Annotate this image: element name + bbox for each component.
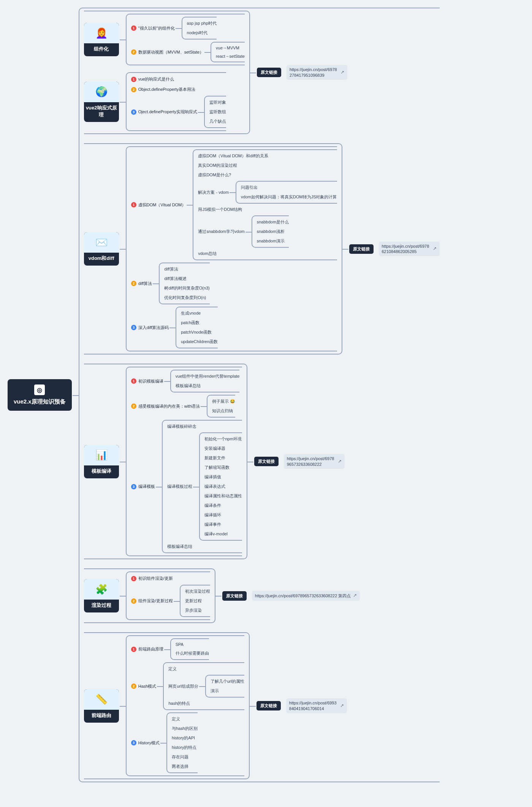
category-label: 组件化 — [84, 43, 119, 52]
item-node: 3编译模板 — [131, 483, 155, 491]
leaf-node: 初次渲染过程 — [185, 588, 210, 595]
children-group: 定义与hash的区别history的APIhistory的特点存在问题两者选择 — [166, 712, 198, 773]
leaf-node: 定义 — [168, 665, 244, 672]
item-node: 1虚拟DOM（Vitual DOM） — [131, 201, 186, 209]
leaf-node: 两者选择 — [172, 763, 198, 770]
leaf-node: snabbdom浅析 — [257, 228, 289, 235]
leaf-node: 什么时候需要路由 — [176, 650, 209, 657]
children-group: snabbdom是什么snabbdom浅析snabbdom演示 — [252, 215, 289, 248]
number-badge: 3 — [131, 740, 136, 745]
linked-group: 📊模板编译1初识模板编译vue组件中使用render代替template模板编译… — [84, 364, 440, 559]
category-label: 渲染过程 — [84, 600, 119, 609]
children-group: 初次渲染过程更新过程异步渲染 — [180, 585, 210, 617]
root-branch: ◎vue2.x原理知识预备👩‍🦰组件化1"很久以前"的组件化asp jsp ph… — [8, 8, 440, 782]
leaf-node: 编译表达式 — [204, 483, 242, 490]
link-url-wrap: https://juejin.cn/post/69789657326336082… — [252, 591, 360, 601]
link-url[interactable]: https://juejin.cn/post/69782784179510968… — [287, 65, 347, 80]
leaf-node: hash的特点 — [168, 700, 244, 707]
item-branch: 3深入diff算法源码生成vnodepatch函数patchVnode函数upd… — [131, 307, 337, 348]
item-branch: 3编译模板编译模板碎碎念编译模板过程初始化一个npm环境安装编译器新建新文件了解… — [131, 420, 242, 553]
item-label: 组件渲染/更新过程 — [138, 598, 173, 604]
category-node[interactable]: 📏前端路由 — [84, 689, 119, 723]
item-node: 2组件渲染/更新过程 — [131, 597, 173, 605]
leaf-node: 编译循环 — [204, 511, 242, 519]
leaf-node: 了解几个url的属性 — [211, 678, 244, 685]
item-label: 感受模板编译的内在美：with语法 — [138, 404, 200, 409]
children-group: 例子展示 😂知识点归纳 — [207, 395, 235, 418]
linked-group: 📏前端路由1前端路由原理SPA什么时候需要路由2Hash模式定义网页url组成部… — [84, 632, 440, 779]
category-node[interactable]: 🌍vue2响应式原理 — [84, 82, 119, 122]
number-badge: 2 — [131, 49, 136, 55]
number-badge: 2 — [131, 598, 136, 604]
number-badge: 1 — [131, 576, 136, 581]
category-label: 模板编译 — [84, 465, 119, 475]
leaf-node: patchVnode函数 — [181, 329, 218, 336]
sub-node: 通过snabbdom学习vdom — [198, 228, 244, 235]
category-branch: 📊模板编译1初识模板编译vue组件中使用render代替template模板编译… — [84, 367, 242, 556]
children-group: vue组件中使用render代替template模板编译总结 — [170, 370, 240, 392]
link-branch: 原文链接https://juejin.cn/post/6978965732633… — [222, 591, 360, 601]
item-node: 1初识组件渲染/更新 — [131, 574, 173, 582]
leaf-node: 更新过程 — [185, 597, 210, 604]
leaf-node: 监听对象 — [209, 99, 226, 106]
category-branch: 👩‍🦰组件化1"很久以前"的组件化asp jsp php时代nodejs时代2数… — [84, 14, 245, 65]
leaf-node: asp jsp php时代 — [187, 20, 217, 27]
link-text: https://juejin.cn/post/69789657326336082… — [287, 456, 336, 467]
sub-branch: 编译模板过程初始化一个npm环境安装编译器新建新文件了解缩写函数编译插值编译表达… — [167, 432, 242, 541]
number-badge: 2 — [131, 87, 136, 92]
root-label: vue2.x原理知识预备 — [14, 398, 66, 405]
linked-group: 👩‍🦰组件化1"很久以前"的组件化asp jsp php时代nodejs时代2数… — [84, 11, 440, 134]
leaf-node: 编译事件 — [204, 521, 242, 528]
leaf-node: patch函数 — [181, 319, 218, 326]
number-badge: 2 — [131, 281, 136, 286]
number-badge: 3 — [131, 325, 136, 330]
item-label: 初识组件渲染/更新 — [138, 576, 173, 581]
items-group: 1初识模板编译vue组件中使用render代替template模板编译总结2感受… — [126, 367, 242, 556]
items-group: 1"很久以前"的组件化asp jsp php时代nodejs时代2数据驱动视图（… — [126, 14, 245, 65]
item-label: 编译模板 — [138, 484, 155, 489]
link-url[interactable]: https://juejin.cn/post/69786210848620052… — [379, 242, 440, 256]
category-branch: ✉️vdom和diff1虚拟DOM（Vitual DOM）虚拟DOM（Vitua… — [84, 146, 337, 351]
number-badge: 1 — [131, 202, 136, 207]
leaf-node: diff算法概述 — [164, 275, 210, 282]
link-url-wrap: https://juejin.cn/post/69786210848620052… — [379, 242, 440, 256]
external-link-icon: ↗ — [340, 703, 344, 709]
rbracket-group: 🧩渲染过程1初识组件渲染/更新2组件渲染/更新过程初次渲染过程更新过程异步渲染 — [84, 568, 215, 623]
leaf-node: 编译v-model — [204, 530, 242, 538]
number-badge: 3 — [131, 109, 136, 115]
item-branch: 3History模式定义与hash的区别history的APIhistory的特… — [131, 712, 244, 773]
item-label: Hash模式 — [138, 684, 157, 689]
category-node[interactable]: 🧩渲染过程 — [84, 579, 119, 612]
leaf-node: 监听数组 — [209, 108, 226, 116]
root-node[interactable]: ◎vue2.x原理知识预备 — [8, 379, 72, 411]
link-url[interactable]: https://juejin.cn/post/69938404190417060… — [286, 698, 347, 713]
leaf-node: diff算法 — [164, 266, 210, 273]
leaf-node: updateChildren函数 — [181, 338, 218, 345]
link-text: https://juejin.cn/post/69786210848620052… — [382, 244, 431, 255]
leaf-node: 了解缩写函数 — [204, 464, 242, 471]
leaf-node: 编译属性和动态属性 — [204, 492, 242, 500]
children-group: 初始化一个npm环境安装编译器新建新文件了解缩写函数编译插值编译表达式编译属性和… — [199, 432, 242, 541]
category-node[interactable]: ✉️vdom和diff — [84, 232, 119, 266]
root-icon: ◎ — [34, 385, 45, 395]
sub-node: 解决方案 - vdom — [198, 189, 229, 196]
link-url[interactable]: https://juejin.cn/post/69789657326336082… — [284, 454, 345, 469]
leaf-node: 生成vnode — [181, 310, 218, 317]
link-url[interactable]: https://juejin.cn/post/69789657326336082… — [252, 591, 360, 601]
item-node: 2Object.defineProperty基本用法 — [131, 85, 195, 93]
category-icon: 👩‍🦰 — [84, 23, 119, 43]
link-text: https://juejin.cn/post/69789657326336082… — [255, 593, 351, 598]
category-node[interactable]: 📊模板编译 — [84, 445, 119, 478]
item-branch: 3Oject.defineProperty实现响应式监听对象监听数组几个缺点 — [131, 96, 226, 128]
item-label: 前端路由原理 — [138, 646, 163, 652]
number-badge: 1 — [131, 378, 136, 384]
link-branch: 原文链接https://juejin.cn/post/6993840419041… — [256, 698, 347, 713]
leaf-node: vdom总结 — [198, 250, 337, 257]
leaf-node: 虚拟DOM（Vitual DOM）和diff的关系 — [198, 152, 337, 160]
children-group: 监听对象监听数组几个缺点 — [204, 96, 226, 128]
item-label: 初识模板编译 — [138, 378, 163, 384]
children-group: 问题引出vdom如何解决问题：将真实DOM转为JS对象的计算 — [236, 181, 337, 204]
item-node: 3Oject.defineProperty实现响应式 — [131, 108, 197, 116]
category-node[interactable]: 👩‍🦰组件化 — [84, 23, 119, 56]
item-label: History模式 — [138, 740, 160, 746]
